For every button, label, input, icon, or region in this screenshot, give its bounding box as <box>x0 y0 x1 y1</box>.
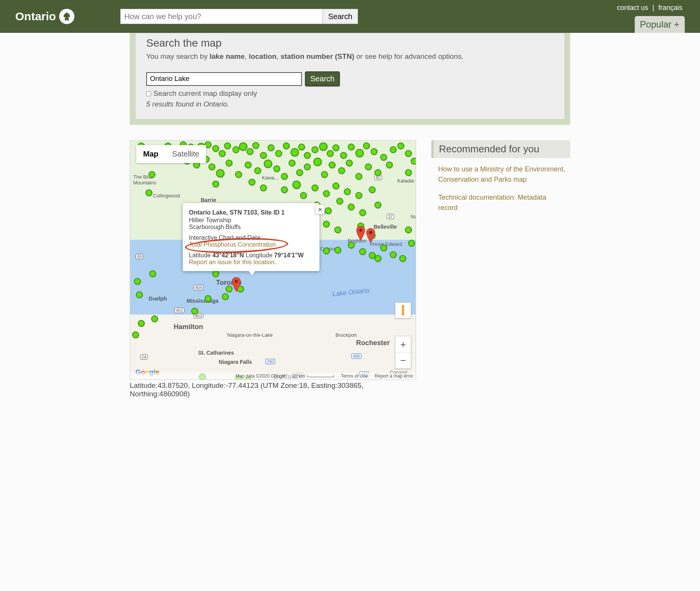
desc-bold: lake name <box>210 52 245 60</box>
city-label: Mississauga <box>187 298 218 304</box>
link-separator: | <box>652 4 654 11</box>
logo-text: Ontario <box>15 10 56 23</box>
desc-bold: station number (STN) <box>281 52 354 60</box>
svg-rect-6 <box>403 312 405 315</box>
checkbox-text: Search current map display only <box>153 89 257 98</box>
pegman-icon <box>398 305 408 316</box>
period: . <box>274 259 276 265</box>
map-search-input[interactable] <box>146 72 302 86</box>
search-map-description: You may search by lake name, location, s… <box>146 52 554 61</box>
global-search-button[interactable]: Search <box>323 9 358 24</box>
desc-text: You may search by <box>146 52 210 60</box>
chart-data-link[interactable]: Total Phosphorus Concentration <box>189 241 276 248</box>
global-search: Search <box>120 9 358 24</box>
language-toggle-link[interactable]: français <box>656 4 685 11</box>
search-map-heading: Search the map <box>146 37 554 49</box>
map-marker-icon[interactable] <box>356 226 365 241</box>
lake-ontario-label: Lake Ontario <box>332 287 370 298</box>
search-current-display-label[interactable]: Search current map display only <box>146 89 554 98</box>
ontario-trillium-icon <box>59 9 74 24</box>
popup-section-label: Interactive Chart and Data: <box>189 234 313 241</box>
report-issue-link[interactable]: Report an issue for this location <box>189 259 274 265</box>
popular-dropdown-toggle[interactable]: Popular + <box>635 16 685 33</box>
map-marker-icon[interactable] <box>232 277 241 292</box>
coord-value: 43°42'18"N <box>212 252 244 258</box>
svg-point-0 <box>235 280 238 283</box>
popup-coordinates: Latitude 43°42'18"N Longitude 79°14'1"W <box>189 252 313 259</box>
city-label: Guelph <box>148 296 167 302</box>
map-tab-map[interactable]: Map <box>136 145 165 163</box>
map-search-button[interactable]: Search <box>305 71 340 86</box>
map-scale: 20 km <box>292 373 334 379</box>
recommended-heading: Recommended for you <box>431 140 570 158</box>
map-type-selector: Map Satellite <box>136 145 206 163</box>
close-icon[interactable]: ✕ <box>315 205 325 215</box>
route-badge: 404 <box>194 285 203 290</box>
svg-point-3 <box>402 305 405 308</box>
recommended-link[interactable]: Technical documentation: Metadata record <box>438 192 566 213</box>
svg-point-2 <box>369 231 372 234</box>
coord-value: 79°14'1"W <box>274 252 303 258</box>
contact-us-link[interactable]: contact us <box>615 4 650 11</box>
top-utility-links: contact us | français <box>615 4 685 12</box>
search-map-panel-outer: Search the map You may search by lake na… <box>130 33 570 125</box>
recommended-link[interactable]: How to use a Ministry of the Environment… <box>438 164 566 185</box>
zoom-in-button[interactable]: + <box>395 336 411 352</box>
search-current-display-checkbox[interactable] <box>146 91 151 96</box>
scale-text: 20 km <box>292 373 305 379</box>
coord-label: Longitude <box>244 252 274 258</box>
desc-bold: location <box>249 52 277 60</box>
search-map-panel: Search the map You may search by lake na… <box>135 33 565 119</box>
popup-title: Ontario Lake, STN 7103, Site ID 1 <box>189 209 313 216</box>
popup-subtitle: Hillier Township <box>189 217 313 224</box>
desc-text: or see help for advanced options. <box>354 52 463 60</box>
streetview-pegman-button[interactable] <box>395 302 411 318</box>
svg-rect-4 <box>402 308 404 312</box>
global-search-input[interactable] <box>120 9 323 24</box>
site-logo[interactable]: Ontario <box>15 9 74 24</box>
coord-label: Latitude <box>189 252 212 258</box>
route-badge: 401 <box>174 308 184 313</box>
route-badge: 89 <box>135 254 143 259</box>
scale-bar-icon <box>307 375 334 377</box>
results-count-text: 5 results found in Ontario. <box>146 100 554 108</box>
map-tab-satellite[interactable]: Satellite <box>165 145 206 163</box>
report-map-error-link[interactable]: Report a map error <box>375 373 413 379</box>
popup-tail <box>248 270 256 276</box>
terms-of-use-link[interactable]: Terms of Use <box>341 373 368 379</box>
popup-subtitle: Scarborough Bluffs <box>189 224 313 231</box>
site-header: Ontario Search contact us | français Pop… <box>0 0 700 33</box>
svg-point-1 <box>359 229 362 232</box>
zoom-out-button[interactable]: − <box>395 352 411 368</box>
recommended-panel: Recommended for you How to use a Ministr… <box>431 140 570 213</box>
station-info-popup: ✕ Ontario Lake, STN 7103, Site ID 1 Hill… <box>183 203 319 271</box>
desc-text: , <box>245 52 249 60</box>
map-copyright: Map data ©2020 Google <box>235 373 285 379</box>
zoom-controls: + − <box>395 336 411 369</box>
map-marker-icon[interactable] <box>366 228 375 243</box>
map-attribution-bar: Map data ©2020 Google 20 km Terms of Use… <box>130 373 416 379</box>
map-land-region <box>130 315 416 379</box>
cursor-coordinates-readout: Latitude:43.87520, Longitude:-77.44123 (… <box>130 381 416 398</box>
svg-rect-5 <box>402 312 403 315</box>
interactive-map[interactable]: Lake Ontario The Blue Mountains Collingw… <box>130 140 416 380</box>
desc-text: , <box>276 52 281 60</box>
